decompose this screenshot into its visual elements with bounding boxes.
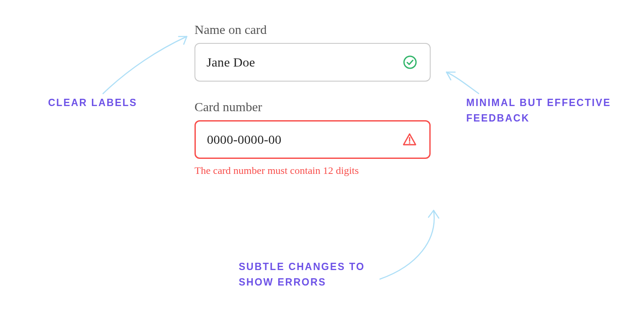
annotation-minimal-feedback: MINIMAL BUT EFFECTIVE FEEDBACK (466, 95, 625, 126)
arrow-subtle-errors (380, 210, 439, 279)
check-circle-icon (401, 55, 419, 70)
annotation-subtle-errors: SUBTLE CHANGES TO SHOW ERRORS (239, 259, 385, 290)
input-name-on-card[interactable]: Jane Doe (194, 43, 431, 82)
error-message-card-number: The card number must contain 12 digits (194, 165, 431, 176)
label-name-on-card: Name on card (194, 22, 431, 37)
label-card-number: Card number (194, 100, 431, 114)
arrow-minimal-feedback (447, 72, 479, 94)
field-name-on-card: Name on card Jane Doe (194, 22, 431, 82)
field-card-number: Card number 0000-0000-00 The card number… (194, 100, 431, 176)
annotation-clear-labels: CLEAR LABELS (48, 95, 137, 111)
alert-triangle-icon (401, 132, 418, 147)
example-form: Name on card Jane Doe Card number 0000-0… (194, 22, 431, 194)
arrow-clear-labels (103, 36, 187, 94)
input-value-card: 0000-0000-00 (207, 132, 282, 147)
input-card-number[interactable]: 0000-0000-00 (194, 120, 431, 159)
svg-point-2 (409, 142, 410, 143)
input-value-name: Jane Doe (207, 55, 255, 70)
svg-point-0 (404, 56, 416, 68)
